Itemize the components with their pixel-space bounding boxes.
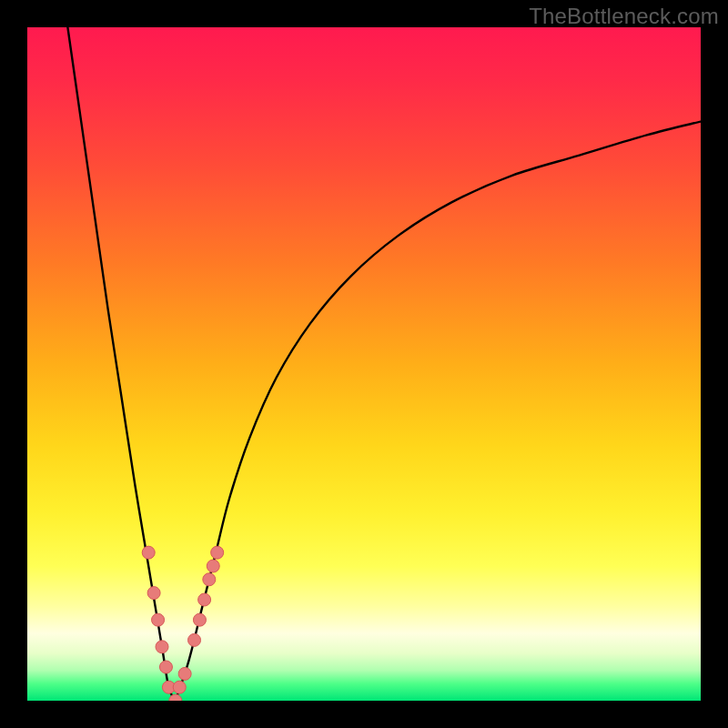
data-marker [178,667,191,680]
data-marker [198,593,211,606]
data-marker [142,546,155,559]
data-marker [156,641,168,653]
data-marker [188,633,201,646]
data-marker [152,613,165,626]
data-marker [159,661,172,673]
data-marker [211,546,224,559]
watermark-text: TheBottleneck.com [529,4,719,29]
curve-left-branch [67,27,175,701]
curve-layer [27,27,701,701]
data-marker [173,681,186,693]
data-marker [203,573,216,586]
data-marker [193,613,206,626]
chart-frame: TheBottleneck.com [0,0,728,728]
data-markers [142,546,223,701]
data-marker [147,587,160,600]
plot-area [27,27,701,701]
data-marker [207,560,219,572]
curve-right-branch [176,122,701,701]
